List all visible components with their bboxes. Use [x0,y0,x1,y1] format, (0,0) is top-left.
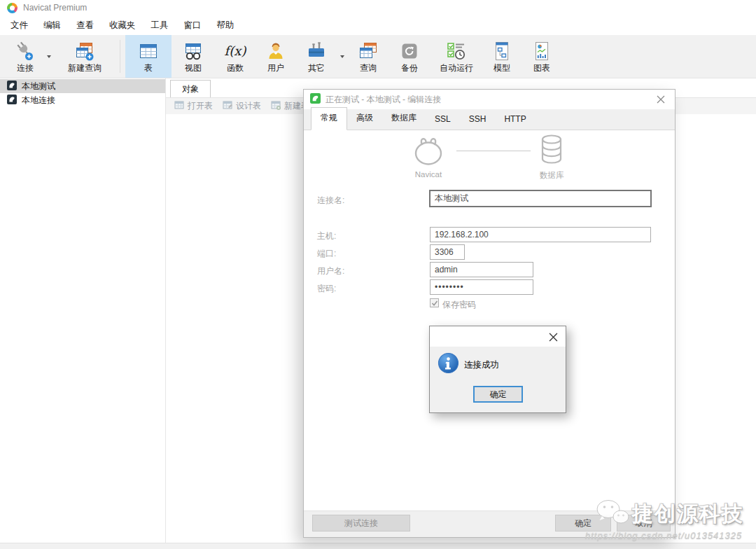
tab-objects[interactable]: 对象 [170,80,211,97]
host-label: 主机: [317,230,336,242]
menu-item-tools[interactable]: 工具 [144,17,176,34]
close-icon [549,333,558,342]
diagram-connector-line [456,151,531,151]
toolbar-button-query[interactable]: 查询 [348,35,388,78]
navicat-connection-icon [7,95,17,106]
messagebox-body: 连接成功 确定 [430,347,566,414]
edit-connection-dialog: 正在测试 - 本地测试 - 编辑连接 常规 高级 数据库 SSL SSH HTT… [303,89,676,538]
automation-icon [446,41,467,62]
connection-dropdown-caret[interactable] [43,35,55,78]
app-title: Navicat Premium [23,3,87,13]
toolbar-label-table: 表 [144,64,153,73]
username-input[interactable] [430,262,533,277]
navicat-connection-icon [7,81,17,92]
username-label: 用户名: [317,265,344,277]
password-input[interactable] [430,279,533,295]
toolbar-button-backup[interactable]: 备份 [388,35,430,78]
sidebar-item-local-connection[interactable]: 本地连接 [0,93,165,107]
query-icon [358,41,379,62]
toolbar-label-view: 视图 [185,64,202,73]
sidebar-item-local-test[interactable]: 本地测试 [0,79,165,93]
tab-http[interactable]: HTTP [495,110,535,130]
save-password-checkbox[interactable] [430,298,439,307]
menu-item-edit[interactable]: 编辑 [36,17,69,34]
diagram-source-label: Navicat [400,170,456,179]
design-table-button[interactable]: 设计表 [218,99,265,114]
save-password-label: 保存密码 [442,299,476,311]
menu-item-window[interactable]: 窗口 [176,17,209,34]
info-icon [438,352,459,377]
open-table-button[interactable]: 打开表 [170,99,217,114]
menu-item-help[interactable]: 帮助 [209,17,242,34]
watermark-url: https://blog.csdn.net/u013541325 [585,530,742,541]
connection-name-label: 连接名: [317,195,344,207]
new-table-icon [271,100,281,113]
others-dropdown-caret[interactable] [337,35,348,78]
toolbar-button-new-query[interactable]: 新建查询 [55,35,115,78]
navicat-window: Navicat Premium 文件 编辑 查看 收藏夹 工具 窗口 帮助 [0,0,756,549]
toolbar-label-automation: 自动运行 [440,64,473,73]
toolbar-button-view[interactable]: 视图 [172,35,215,78]
chevron-down-icon [47,55,51,58]
toolbar-label-backup: 备份 [401,64,418,73]
connection-name-input[interactable] [430,190,651,207]
toolbar-button-table[interactable]: 表 [125,35,172,78]
connection-name: 本地测试 [22,81,55,92]
tab-ssl[interactable]: SSL [426,110,460,130]
host-input[interactable] [430,227,651,242]
toolbar-button-others[interactable]: 其它 [296,35,337,78]
tab-general[interactable]: 常规 [311,107,347,130]
password-label: 密码: [317,283,336,295]
dialog-title-bar[interactable]: 正在测试 - 本地测试 - 编辑连接 [304,90,675,109]
tab-advanced[interactable]: 高级 [347,108,382,130]
table-icon [138,41,159,62]
dialog-close-button[interactable] [653,92,668,107]
model-icon [491,41,512,62]
others-toolbox-icon [306,41,327,62]
connection-name: 本地连接 [22,95,55,106]
open-table-label: 打开表 [188,100,213,112]
close-icon [657,95,665,104]
function-icon: f(x) [225,41,246,62]
chart-icon [531,41,552,62]
messagebox-ok-button[interactable]: 确定 [473,386,523,403]
toolbar-label-connection: 连接 [17,64,34,73]
diagram-target-label: 数据库 [524,170,580,181]
toolbar-label-model: 模型 [493,64,510,73]
toolbar-button-function[interactable]: f(x) 函数 [215,35,255,78]
test-connection-button[interactable]: 测试连接 [312,515,410,531]
user-icon [265,41,286,62]
toolbar-button-user[interactable]: 用户 [255,35,296,78]
tab-ssh[interactable]: SSH [460,110,496,130]
backup-icon [399,41,420,62]
toolbar-label-chart: 图表 [533,64,550,73]
new-query-icon [74,41,95,62]
wechat-icon [595,499,631,531]
toolbar-button-connection[interactable]: 连接 [7,35,43,78]
check-icon [431,300,438,307]
toolbar-button-automation[interactable]: 自动运行 [430,35,482,78]
fx-glyph: f(x) [225,45,246,57]
toolbar-label-query: 查询 [360,64,377,73]
dialog-tab-strip: 常规 高级 数据库 SSL SSH HTTP [304,109,675,130]
port-label: 端口: [317,248,336,260]
messagebox-close-button[interactable] [547,331,559,343]
tab-databases[interactable]: 数据库 [382,108,426,130]
toolbar-label-function: 函数 [227,64,244,73]
toolbar-button-chart[interactable]: 图表 [522,35,562,78]
connections-sidebar: 本地测试 本地连接 [0,78,166,543]
dialog-navicat-icon [310,93,321,106]
navicat-outline-icon [412,135,444,170]
toolbar-button-model[interactable]: 模型 [482,35,522,78]
menu-item-favorites[interactable]: 收藏夹 [102,17,144,34]
menu-item-view[interactable]: 查看 [69,17,102,34]
navicat-logo-icon [7,3,18,13]
messagebox-title-bar[interactable] [430,326,566,347]
menu-item-file[interactable]: 文件 [3,17,36,34]
port-input[interactable] [430,244,465,260]
design-table-icon [223,100,233,113]
database-icon [538,133,566,169]
messagebox-message: 连接成功 [464,359,499,371]
open-table-icon [174,100,185,113]
connection-icon [15,41,36,62]
